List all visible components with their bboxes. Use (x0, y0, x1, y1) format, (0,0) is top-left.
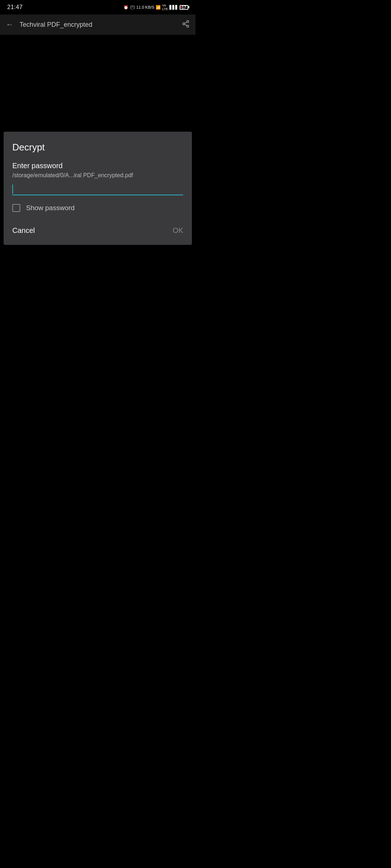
status-icons: ⏰ 📳 11.0 KB/S 📶 VoLTE ▋▋▋ 17 (123, 4, 188, 11)
password-input-wrapper[interactable] (12, 184, 183, 195)
decrypt-dialog: Decrypt Enter password /storage/emulated… (4, 132, 192, 245)
status-bar: 21:47 ⏰ 📳 11.0 KB/S 📶 VoLTE ▋▋▋ 17 (0, 0, 196, 14)
alarm-icon: ⏰ (123, 5, 129, 10)
wifi-icon: 📶 (156, 5, 161, 10)
dialog-filepath: /storage/emulated/0/A...iral PDF_encrypt… (12, 172, 183, 179)
dialog-buttons: Cancel OK (12, 224, 183, 238)
signal-icon: ▋▋▋ (169, 5, 178, 10)
svg-line-4 (185, 22, 187, 23)
dialog-input-label: Enter password (12, 162, 183, 170)
ok-button[interactable]: OK (173, 224, 183, 238)
bottom-area (0, 224, 196, 434)
password-cursor (12, 184, 13, 194)
battery-icon: 17 (180, 5, 188, 10)
svg-line-3 (185, 24, 187, 26)
cancel-button[interactable]: Cancel (12, 224, 35, 238)
main-content (0, 35, 196, 132)
volte-icon: VoLTE (162, 4, 168, 11)
show-password-label[interactable]: Show password (26, 204, 75, 212)
app-bar: ← Techviral PDF_encrypted (0, 14, 196, 35)
battery-level: 17 (182, 5, 186, 9)
share-button[interactable] (182, 20, 190, 30)
dialog-title: Decrypt (12, 142, 183, 153)
back-button[interactable]: ← (6, 20, 14, 29)
vibrate-icon: 📳 (130, 5, 135, 10)
status-time: 21:47 (7, 4, 23, 10)
show-password-checkbox[interactable] (12, 204, 20, 212)
app-title: Techviral PDF_encrypted (20, 21, 176, 29)
network-speed: 11.0 KB/S (136, 5, 155, 9)
show-password-row[interactable]: Show password (12, 204, 183, 212)
